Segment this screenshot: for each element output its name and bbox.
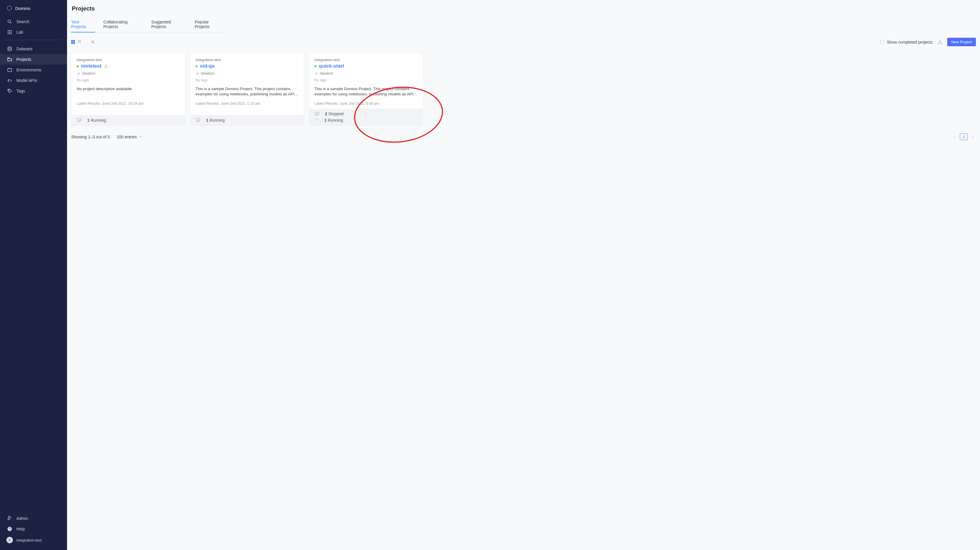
card-owner: integration-test bbox=[77, 58, 180, 62]
card-results: Latest Results: June 2nd 2021, 6:49 am bbox=[314, 102, 417, 106]
card-run-status: 1 Running bbox=[190, 115, 304, 126]
svg-text:?: ? bbox=[9, 527, 11, 531]
sidebar: Domino Search Lab Datasets Projects Envi… bbox=[0, 0, 67, 550]
list-icon bbox=[78, 40, 81, 41]
svg-rect-23 bbox=[78, 119, 81, 121]
model-apis-icon bbox=[7, 78, 12, 83]
sitemap-icon bbox=[937, 40, 943, 45]
svg-rect-5 bbox=[11, 30, 12, 31]
search-icon bbox=[91, 40, 95, 44]
tab-suggested-projects[interactable]: Suggested Projects bbox=[151, 17, 186, 32]
share-button[interactable] bbox=[937, 40, 943, 45]
datasets-icon bbox=[7, 46, 12, 51]
showing-text: Showing 1–3 out of 3 bbox=[71, 135, 110, 139]
sidebar-item-model-apis[interactable]: Model APIs bbox=[0, 75, 67, 86]
svg-point-26 bbox=[317, 119, 317, 119]
svg-rect-9 bbox=[8, 33, 8, 34]
grid-icon bbox=[71, 40, 73, 42]
card-run-status: 1 Running bbox=[72, 115, 185, 126]
sidebar-nav-top: Search Lab bbox=[0, 15, 67, 37]
toolbar-right: Show completed projects New Project bbox=[880, 38, 976, 46]
card-description: No project description available. bbox=[77, 86, 180, 97]
sidebar-item-label: Search bbox=[16, 19, 29, 24]
sidebar-item-label: Datasets bbox=[16, 46, 32, 51]
run-count: 2 bbox=[325, 111, 327, 116]
pager-page[interactable]: 1 bbox=[960, 134, 968, 140]
chevron-down-icon bbox=[139, 135, 142, 139]
checkbox-icon bbox=[880, 40, 884, 44]
main-content: Projects Your Projects Collaborating Pro… bbox=[67, 0, 980, 550]
entries-label: 100 entries bbox=[117, 135, 137, 139]
avatar: II bbox=[6, 537, 13, 543]
sidebar-item-lab[interactable]: Lab bbox=[0, 27, 67, 37]
svg-rect-6 bbox=[8, 32, 8, 33]
card-tags: No tags bbox=[77, 78, 180, 82]
project-card[interactable]: integration-test nioletest Ideation No t… bbox=[71, 52, 185, 126]
monitor-icon bbox=[77, 118, 82, 122]
stage-icon bbox=[77, 72, 80, 75]
svg-rect-7 bbox=[10, 32, 10, 33]
card-results: Latest Results: June 2nd 2021, 1:19 am bbox=[196, 102, 299, 106]
card-results: Latest Results: June 2nd 2021, 10:24 am bbox=[77, 102, 180, 106]
card-owner: integration-test bbox=[314, 58, 417, 62]
run-count: 1 bbox=[206, 118, 208, 122]
toolbar: Show completed projects New Project bbox=[71, 38, 976, 46]
svg-rect-25 bbox=[315, 112, 319, 115]
status-dot-icon bbox=[196, 65, 197, 67]
card-tags: No tags bbox=[196, 78, 299, 82]
card-title[interactable]: quick-start bbox=[319, 63, 344, 69]
svg-point-28 bbox=[318, 120, 318, 121]
svg-line-2 bbox=[10, 22, 11, 24]
sidebar-item-label: Environments bbox=[16, 68, 41, 72]
sidebar-user[interactable]: II integration-test bbox=[0, 534, 67, 546]
svg-point-14 bbox=[8, 90, 9, 91]
sidebar-footer: Admin ? Help II integration-test bbox=[0, 513, 67, 550]
unlock-icon bbox=[104, 64, 108, 68]
card-stage: Ideation bbox=[320, 71, 333, 75]
svg-rect-20 bbox=[938, 43, 939, 44]
sidebar-item-search[interactable]: Search bbox=[0, 16, 67, 27]
project-card[interactable]: integration-test sid-qs Ideation No tags… bbox=[190, 52, 304, 126]
admin-icon bbox=[7, 516, 12, 521]
tab-collaborating-projects[interactable]: Collaborating Projects bbox=[103, 17, 143, 32]
show-completed-toggle[interactable]: Show completed projects bbox=[880, 40, 932, 45]
brand[interactable]: Domino bbox=[0, 0, 67, 15]
sidebar-item-datasets[interactable]: Datasets bbox=[0, 44, 67, 54]
svg-line-18 bbox=[94, 43, 95, 43]
monitor-icon bbox=[196, 118, 201, 122]
run-label: Stopped bbox=[328, 111, 344, 116]
user-name: integration-test bbox=[16, 538, 41, 542]
svg-point-30 bbox=[317, 122, 317, 122]
new-project-button[interactable]: New Project bbox=[947, 38, 976, 46]
card-title[interactable]: sid-qs bbox=[200, 63, 215, 69]
run-row: 1 Running bbox=[196, 118, 299, 122]
svg-rect-13 bbox=[8, 69, 12, 72]
tab-your-projects[interactable]: Your Projects bbox=[71, 17, 95, 32]
sidebar-item-help[interactable]: ? Help bbox=[0, 524, 67, 534]
loading-icon bbox=[314, 118, 319, 122]
show-completed-label: Show completed projects bbox=[887, 40, 932, 45]
sidebar-item-admin[interactable]: Admin bbox=[0, 513, 67, 524]
tags-icon bbox=[7, 88, 12, 94]
sidebar-item-label: Model APIs bbox=[16, 78, 37, 83]
project-card[interactable]: integration-test quick-start Ideation No… bbox=[309, 52, 423, 126]
sidebar-item-label: Help bbox=[16, 526, 25, 531]
sidebar-item-projects[interactable]: Projects bbox=[0, 54, 67, 65]
run-row: 2 Stopped bbox=[314, 111, 417, 116]
sidebar-item-environments[interactable]: Environments bbox=[0, 65, 67, 75]
entries-select[interactable]: 100 entries bbox=[117, 135, 142, 139]
sidebar-item-label: Projects bbox=[16, 57, 31, 62]
sidebar-item-tags[interactable]: Tags bbox=[0, 86, 67, 96]
grid-view-button[interactable] bbox=[71, 40, 76, 44]
page-title: Projects bbox=[71, 5, 976, 12]
search-projects-button[interactable] bbox=[91, 40, 95, 44]
list-view-button[interactable] bbox=[78, 40, 82, 44]
domino-logo-icon bbox=[6, 5, 12, 11]
pager-next[interactable]: > bbox=[970, 134, 976, 140]
svg-rect-3 bbox=[8, 30, 8, 31]
pager-prev[interactable]: < bbox=[952, 134, 958, 140]
tab-popular-projects[interactable]: Popular Projects bbox=[195, 17, 224, 32]
svg-point-32 bbox=[315, 120, 315, 121]
card-title[interactable]: nioletest bbox=[81, 63, 102, 69]
svg-rect-24 bbox=[196, 119, 200, 121]
